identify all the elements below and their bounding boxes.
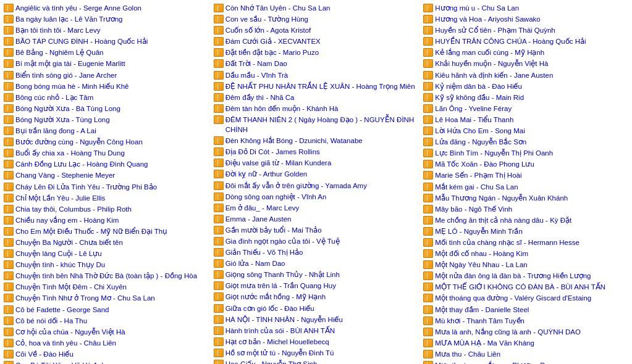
book-title-link[interactable]: Chuyện Tình Một Đêm - Chi Xuyên — [15, 282, 127, 292]
book-title-link[interactable]: Chuyện Ba Người - Chưa biết tên — [15, 238, 123, 247]
book-title-link[interactable]: Giọt mưa trên lá - Trần Quang Huy — [225, 281, 336, 291]
book-title-link[interactable]: Me chồng ăn thịt cả nhà nàng dâu - Kỳ Đặ… — [435, 215, 571, 225]
book-title-link[interactable]: Chang Vàng - Stephenie Meyer — [15, 170, 115, 180]
book-title-link[interactable]: BÃO TÁP CUNG ĐÌNH - Hoàng Quốc Hải — [15, 36, 148, 46]
book-title-link[interactable]: Giản Thiếu - Võ Thị Hảo — [225, 247, 303, 257]
book-title-link[interactable]: Em ở đâu_ - Marc Levy — [225, 203, 299, 213]
book-title-link[interactable]: Đời kỵ nữ - Arthur Golden — [225, 169, 308, 179]
book-title-link[interactable]: Hương mù u - Chu Sa Lan — [435, 3, 519, 13]
book-title-link[interactable]: Bong bóng mùa hè - Minh Hiếu Khê — [15, 81, 129, 91]
book-title-link[interactable]: MỘT THẾ GIỚI KHÔNG CÓ ĐÀN BÀ - BÙI ANH T… — [435, 282, 605, 292]
book-title-link[interactable]: ĐỆ NHẤT PHU NHÂN TRẦN LỆ XUÂN - Hoàng Tr… — [225, 81, 415, 91]
book-title-link[interactable]: Một thay đầm - Danielle Steel — [435, 305, 529, 315]
book-title-link[interactable]: Điệu valse giã từ - Milan Kundera — [225, 158, 332, 168]
book-title-link[interactable]: Ba ngày luân lạc - Lê Văn Trương — [15, 14, 123, 24]
book-title-link[interactable]: Đêm tàn hôn đến muộn - Khánh Hà — [225, 104, 339, 114]
book-title-link[interactable]: Huyền sử Cổ tiên - Phạm Thái Quỳnh — [435, 25, 555, 35]
book-title-link[interactable]: Giọt nước mắt hồng - Mỹ Hạnh — [225, 292, 326, 302]
book-title-link[interactable]: Hành trình của sói - BÙI ANH TẤN — [225, 326, 335, 336]
book-title-link[interactable]: Cuốn số lớn - Agota Kristof — [225, 25, 311, 35]
book-title-link[interactable]: Hương và Hoa - Ariyoshi Sawako — [435, 14, 540, 24]
book-title-link[interactable]: Mưa là anh, Nắng cũng là anh - QUỲNH DAO — [435, 327, 581, 337]
book-title-link[interactable]: Gần mười bảy tuổi - Mai Thảo — [225, 225, 322, 235]
book-title-link[interactable]: Khải huyền muộn - Nguyễn Việt Hà — [435, 59, 548, 68]
book-title-link[interactable]: MƯA MÙA HẠ - Ma Văn Kháng — [435, 338, 534, 348]
book-title-link[interactable]: Bí mật một gia tài - Eugenie Marlitt — [15, 59, 125, 68]
book-title-link[interactable]: Giọng sông Thanh Thủy - Nhật Linh — [225, 270, 340, 279]
book-title-link[interactable]: Chiều nay vắng em - Hoàng Kim — [15, 215, 119, 225]
book-title-link[interactable]: Hoa Giấy - Nguyễn Thơ Sinh — [225, 359, 318, 364]
book-title-link[interactable]: Mưa thu trong mắt em - Phương Dung — [435, 360, 557, 364]
book-title-link[interactable]: Còn Nhớ Tân Uyên - Chu Sa Lan — [225, 3, 331, 13]
book-title-link[interactable]: Một Ngày Yêu Nhau - La Lan — [435, 260, 527, 270]
book-title-link[interactable]: Hồ sơ một tử tù - Nguyễn Đình Tú — [225, 348, 334, 358]
book-title-link[interactable]: Cánh Đồng Lưu Lạc - Hoàng Đình Quang — [15, 159, 148, 169]
book-title-link[interactable]: Kỷ niệm dân bà - Đào Hiếu — [435, 81, 522, 91]
book-icon — [423, 104, 433, 113]
book-title-link[interactable]: ĐÊM THANH NIÊN 2 ( Ngày Hoàng Đạo ) - NG… — [225, 115, 419, 134]
book-title-link[interactable]: Bóng Người Xưa - Tùng Long — [15, 115, 110, 125]
book-title-link[interactable]: Mù khơi - Thanh Tâm Tuyền — [435, 316, 525, 326]
book-title-link[interactable]: Lời Hứa Cho Em - Song Mai — [435, 126, 525, 136]
book-title-link[interactable]: MẸ LÓ - Nguyễn Minh Trần — [435, 226, 523, 236]
book-title-link[interactable]: Chỉ Một Lần Yêu - Julie Ellis — [15, 193, 105, 203]
book-title-link[interactable]: Lực Bình Tím - Nguyễn Thị Phi Oanh — [435, 148, 553, 158]
book-title-link[interactable]: Mây bão - Ngô Thế Vinh — [435, 204, 512, 214]
book-title-link[interactable]: Giữa cơn gió lốc - Đào Hiếu — [225, 304, 314, 313]
book-title-link[interactable]: Bê Bảng - Nghiêm Lệ Quân — [15, 48, 104, 57]
book-title-link[interactable]: Kỹ sỹ không đầu - Main Rid — [435, 93, 524, 102]
book-title-link[interactable]: Lê Hoa Mai - Tiểu Thanh — [435, 115, 513, 125]
book-title-link[interactable]: Dầu mầu - Vĩnh Trà — [225, 70, 289, 80]
book-title-link[interactable]: Đèn Không Hắt Bóng - Dzunichi, Watanabe — [225, 136, 363, 146]
book-title-link[interactable]: Gió lửa - Nam Dao — [225, 259, 285, 268]
book-title-link[interactable]: Buổi ấy chia xa - Hoàng Thu Dung — [15, 148, 125, 158]
book-title-link[interactable]: Mưa thu - Châu Liên — [435, 349, 500, 359]
book-title-link[interactable]: Lửa đăng - Nguyễn Bắc Sơn — [435, 137, 526, 147]
book-title-link[interactable]: Một nửa đàn ông là đàn bà - Trương Hiền … — [435, 271, 591, 281]
book-title-link[interactable]: Chia tay thôi, Columbus - Philip Roth — [15, 204, 132, 214]
book-title-link[interactable]: Kiêu hãnh và định kiến - Jane Austen — [435, 70, 553, 80]
book-title-link[interactable]: Dòng sông oan nghiệt - Vĩnh An — [225, 192, 327, 202]
book-title-link[interactable]: Chuyện làng Cuội - Lê Lựu — [15, 249, 102, 259]
book-title-link[interactable]: Cỏ, hoa và tình yêu - Châu Liên — [15, 338, 116, 348]
book-title-link[interactable]: Chuyện tình - khúc Thụy Du — [15, 260, 105, 270]
book-title-link[interactable]: Đôi mắt ấy vẫn ở trên giường - Yamada Am… — [225, 181, 367, 191]
book-title-link[interactable]: Hạt cơ bản - Michel Houellebecq — [225, 337, 329, 347]
book-title-link[interactable]: Đêm đầy thì - Nhã Ca — [225, 93, 295, 102]
book-title-link[interactable]: Bạn tôi tình tôi - Marc Levy — [15, 25, 100, 35]
book-title-link[interactable]: Emma - Jane Austen — [225, 214, 292, 224]
book-title-link[interactable]: Cõi Về - Đào Hiếu — [15, 349, 74, 359]
book-title-link[interactable]: Đặt tiền đặt bạc - Mario Puzo — [225, 48, 319, 57]
book-title-link[interactable]: Mẫu Thương Ngán - Nguyễn Xuân Khánh — [435, 193, 568, 203]
book-title-link[interactable]: Con Bé Tôi Yêu - Võ Hà Anh — [15, 360, 106, 364]
book-title-link[interactable]: Gia đình ngọt ngào của tôi - Vệ Tuệ — [225, 236, 340, 246]
book-title-link[interactable]: Bước đường cùng - Nguyễn Công Hoan — [15, 137, 143, 147]
book-title-link[interactable]: Mắt kém gai - Chu Sa Lan — [435, 182, 518, 192]
book-title-link[interactable]: Biển tình sóng gió - Jane Archer — [15, 70, 117, 80]
book-title-link[interactable]: HUYỀN TRÂN CÔNG CHÚA - Hoàng Quốc Hải — [435, 36, 586, 46]
book-title-link[interactable]: Chuyện Tình Như ở Trong Mơ - Chu Sa Lan — [15, 293, 155, 303]
book-title-link[interactable]: Cô bé Fadette - George Sand — [15, 305, 109, 315]
book-title-link[interactable]: Mã Tốc Xoăn - Đào Phong Lưu — [435, 159, 534, 169]
book-title-link[interactable]: Marie Sến - Phạm Thị Hoài — [435, 170, 521, 180]
book-icon — [214, 37, 224, 46]
book-title-link[interactable]: Lãn Ông - Yveline Féray — [435, 104, 512, 114]
book-title-link[interactable]: Kẻ lắng man cuối cùng - Mỹ Hạnh — [435, 48, 544, 57]
book-title-link[interactable]: Cháy Lên Đi Lửa Tình Yêu - Trường Phi Bả… — [15, 182, 157, 192]
book-title-link[interactable]: Bông cúc nhỏ - Lạc Tâm — [15, 93, 93, 102]
book-title-link[interactable]: Bụi trần lăng đong - A Lai — [15, 126, 96, 136]
book-title-link[interactable]: Cơ hội của chúa - Nguyễn Việt Hà — [15, 327, 125, 337]
book-title-link[interactable]: Angiêlic và tình yêu - Serge Anne Golon — [15, 3, 141, 13]
book-title-link[interactable]: Bóng Người Xưa - Bà Tùng Long — [15, 104, 120, 114]
book-title-link[interactable]: Chuyện tình bên Nhà Thờ Đức Bà (toàn tập… — [15, 271, 197, 281]
book-title-link[interactable]: Đất Trời - Nam Dao — [225, 59, 287, 68]
book-title-link[interactable]: Một đối cố nhau - Hoàng Kim — [435, 249, 528, 259]
book-title-link[interactable]: Con ve sầu - Tường Hùng — [225, 14, 308, 24]
book-title-link[interactable]: Cô bé nói dối - Ha Thu — [15, 316, 87, 326]
book-title-link[interactable]: HÀ NỘI - TÌNH NHÂN - Nguyễn Hiếu — [225, 315, 343, 325]
book-title-link[interactable]: Đám Cưới Giả - XECVANTEX — [225, 36, 321, 46]
book-title-link[interactable]: Địa Đỏ Di Cót - James Rollins — [225, 147, 320, 157]
book-title-link[interactable]: Một thoáng qua đường - Valéry Giscard d'… — [435, 293, 591, 303]
book-title-link[interactable]: Mối tình của chàng nhạc sĩ - Hermann Hes… — [435, 238, 579, 247]
book-title-link[interactable]: Cho Em Một Điều Thuốc - Mỹ Nữ Biển Đại T… — [15, 226, 167, 236]
